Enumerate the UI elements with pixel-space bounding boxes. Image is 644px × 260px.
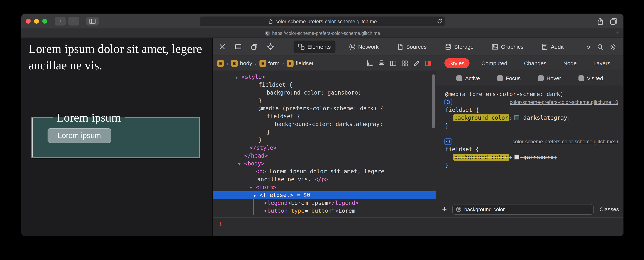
code-segment: <fieldset> <box>260 192 293 198</box>
rule-source-icon[interactable]: {} <box>444 99 452 105</box>
reload-icon[interactable] <box>436 18 442 24</box>
dom-node[interactable]: } <box>213 128 436 136</box>
inspector-tab-storage[interactable]: Storage <box>440 40 478 53</box>
dom-node[interactable]: background-color: darkslategray; <box>213 120 436 128</box>
stylesheet-link[interactable]: color-scheme-prefers-color-scheme.glitch… <box>510 99 618 105</box>
close-icon[interactable] <box>216 41 228 52</box>
forward-button[interactable]: › <box>68 17 80 26</box>
sidebar-tab-styles[interactable]: Styles <box>444 58 470 68</box>
minimize-button[interactable] <box>34 19 39 24</box>
grid-icon[interactable] <box>402 60 408 67</box>
css-declaration[interactable]: background-color: darkslategray; <box>436 114 624 122</box>
dom-node[interactable]: ▼<style> <box>213 73 436 81</box>
pseudo-toggle-active[interactable]: Active <box>456 75 480 81</box>
overflow-menu-icon[interactable]: » <box>586 43 590 50</box>
disclosure-triangle-icon[interactable]: ▼ <box>250 184 256 192</box>
sidebar-tab-layers[interactable]: Layers <box>588 58 615 68</box>
css-value[interactable]: darkslategray <box>520 114 567 121</box>
dock-bottom-icon[interactable] <box>232 41 244 52</box>
disclosure-triangle-icon[interactable]: ▼ <box>236 74 242 81</box>
dom-node[interactable]: </style> <box>213 144 436 152</box>
sidebar-toggle-button[interactable] <box>86 17 99 26</box>
dom-node[interactable]: <button type="button">Lorem <box>213 207 436 215</box>
disclosure-triangle-icon[interactable]: ▼ <box>238 160 244 168</box>
quick-console[interactable]: ❯ <box>213 217 624 236</box>
css-property[interactable]: background-color <box>454 114 509 121</box>
dom-node[interactable]: </head> <box>213 152 436 160</box>
address-bar[interactable]: color-scheme-prefers-color-scheme.glitch… <box>200 17 445 26</box>
dom-node-selected[interactable]: ▼<fieldset> = $0 <box>213 191 436 199</box>
dom-node[interactable]: <legend>Lorem ipsum</legend> <box>213 199 436 207</box>
appearance-icon[interactable] <box>424 60 431 67</box>
style-filter-input[interactable] <box>464 206 591 212</box>
breadcrumb-item-body[interactable]: Ebody <box>231 60 252 67</box>
code-segment: type <box>291 207 304 214</box>
dom-node[interactable]: ▼<form> <box>213 183 436 191</box>
breadcrumb-item-root[interactable]: E <box>217 60 224 67</box>
checkbox[interactable] <box>497 75 503 81</box>
new-tab-button[interactable]: + <box>616 29 620 37</box>
dom-node[interactable]: <p> Lorem ipsum dolor sit amet, legere <box>213 168 436 176</box>
inspector-tab-sources[interactable]: Sources <box>392 40 431 53</box>
dom-node[interactable]: } <box>213 97 436 105</box>
dom-node[interactable]: fieldset { <box>213 81 436 89</box>
pseudo-toggle-visited[interactable]: Visited <box>578 75 603 81</box>
settings-icon[interactable] <box>610 43 617 50</box>
rule-line: } <box>436 122 624 130</box>
css-declaration[interactable]: background-color: gainsboro; <box>436 154 624 161</box>
disclosure-triangle-icon[interactable]: ▼ <box>254 192 260 200</box>
dock-windows-icon[interactable] <box>248 41 260 52</box>
sidebar-tab-changes[interactable]: Changes <box>519 58 551 68</box>
rulers-icon[interactable] <box>366 60 373 67</box>
tabs-overview-icon[interactable] <box>610 18 618 25</box>
zoom-button[interactable] <box>42 19 47 24</box>
breadcrumb-item-form[interactable]: Eform <box>259 60 280 67</box>
code-segment: fieldset { <box>266 113 300 120</box>
pseudo-toggle-hover[interactable]: Hover <box>538 75 561 81</box>
search-icon[interactable] <box>597 43 604 50</box>
code-segment: <p> <box>256 168 266 175</box>
checkbox[interactable] <box>578 75 584 81</box>
checkbox[interactable] <box>456 75 462 81</box>
page-button[interactable]: Lorem ipsum <box>48 128 111 143</box>
inspector-tab-audit[interactable]: Audit <box>537 40 568 53</box>
close-button[interactable] <box>26 19 31 24</box>
scrollbar-thumb[interactable] <box>432 74 435 128</box>
browser-tab[interactable]: C https://color-scheme-prefers-color-sch… <box>265 31 380 36</box>
tab-bar: C https://color-scheme-prefers-color-sch… <box>21 29 624 38</box>
dom-node[interactable]: } <box>213 136 436 144</box>
inspector-tab-network[interactable]: Network <box>344 40 383 53</box>
edit-icon[interactable] <box>413 60 420 67</box>
back-button[interactable]: ‹ <box>55 17 66 26</box>
dom-node[interactable]: background-color: gainsboro; <box>213 89 436 97</box>
sidebar-tab-computed[interactable]: Computed <box>476 58 512 68</box>
dom-node[interactable]: ancillae ne vis. </p> <box>213 176 436 183</box>
rule-source-icon[interactable]: {} <box>444 139 452 145</box>
code-segment: <button <box>264 207 291 214</box>
css-property[interactable]: background-color <box>454 154 509 161</box>
sidebar-tab-node[interactable]: Node <box>558 58 582 68</box>
classes-button[interactable]: Classes <box>600 206 619 212</box>
inspector-tab-graphics[interactable]: Graphics <box>487 40 528 53</box>
dom-node[interactable]: fieldset { <box>213 112 436 120</box>
new-rule-button[interactable]: + <box>441 205 448 213</box>
dom-node[interactable]: ▼<body> <box>213 160 436 168</box>
breadcrumb: E›Ebody›Eform›Efieldset <box>213 56 436 71</box>
color-swatch[interactable] <box>514 155 519 160</box>
share-icon[interactable] <box>596 18 604 25</box>
pseudo-toggle-focus[interactable]: Focus <box>497 75 521 81</box>
code-segment: } <box>258 97 262 104</box>
checkbox[interactable] <box>538 75 544 81</box>
css-value[interactable]: gainsboro <box>520 154 554 161</box>
print-icon[interactable] <box>378 60 385 67</box>
color-swatch[interactable] <box>514 115 519 120</box>
styles-sidebar: StylesComputedChangesNodeLayers ActiveFo… <box>436 56 624 217</box>
breadcrumb-item-fieldset[interactable]: Efieldset <box>286 60 314 67</box>
columns-icon[interactable] <box>390 60 396 67</box>
inspector-tab-elements[interactable]: Elements <box>294 40 335 53</box>
dom-node[interactable]: @media (prefers-color-scheme: dark) { <box>213 105 436 112</box>
code-segment: Lorem ipsum dolor sit amet, legere <box>266 168 384 175</box>
code-segment: background-color: darkslategray; <box>275 121 383 127</box>
element-picker-icon[interactable] <box>265 41 276 52</box>
stylesheet-link[interactable]: color-scheme-prefers-color-scheme.glitch… <box>512 139 618 145</box>
